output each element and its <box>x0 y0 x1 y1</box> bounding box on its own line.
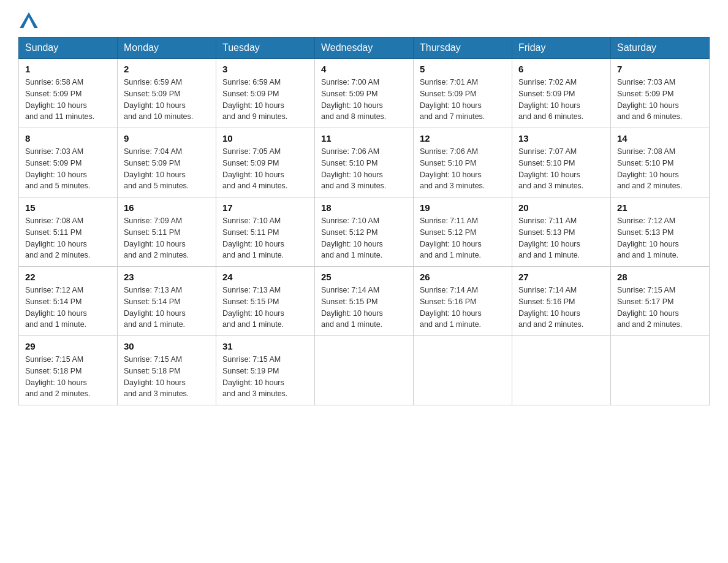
calendar-cell: 28 Sunrise: 7:15 AMSunset: 5:17 PMDaylig… <box>611 267 710 336</box>
day-number: 31 <box>222 341 308 351</box>
calendar-cell: 5 Sunrise: 7:01 AMSunset: 5:09 PMDayligh… <box>414 59 512 128</box>
day-info: Sunrise: 7:04 AMSunset: 5:09 PMDaylight:… <box>124 147 189 190</box>
weekday-header-saturday: Saturday <box>611 37 710 59</box>
day-info: Sunrise: 6:58 AMSunset: 5:09 PMDaylight:… <box>25 78 94 121</box>
calendar-cell <box>315 336 414 405</box>
calendar-cell <box>414 336 512 405</box>
weekday-header-thursday: Thursday <box>414 37 512 59</box>
day-info: Sunrise: 6:59 AMSunset: 5:09 PMDaylight:… <box>124 78 193 121</box>
day-number: 17 <box>222 202 308 213</box>
calendar-cell <box>611 336 710 405</box>
day-number: 18 <box>321 202 407 213</box>
calendar-cell: 19 Sunrise: 7:11 AMSunset: 5:12 PMDaylig… <box>414 197 512 267</box>
calendar-week-row: 22 Sunrise: 7:12 AMSunset: 5:14 PMDaylig… <box>19 267 710 336</box>
day-info: Sunrise: 7:15 AMSunset: 5:17 PMDaylight:… <box>617 286 682 329</box>
calendar-cell: 13 Sunrise: 7:07 AMSunset: 5:10 PMDaylig… <box>512 128 611 197</box>
page-header <box>18 12 710 25</box>
calendar-cell: 17 Sunrise: 7:10 AMSunset: 5:11 PMDaylig… <box>216 197 315 267</box>
day-number: 1 <box>25 64 111 74</box>
day-info: Sunrise: 7:05 AMSunset: 5:09 PMDaylight:… <box>222 147 287 190</box>
calendar-cell: 11 Sunrise: 7:06 AMSunset: 5:10 PMDaylig… <box>315 128 414 197</box>
calendar-cell: 1 Sunrise: 6:58 AMSunset: 5:09 PMDayligh… <box>19 59 118 128</box>
calendar-cell: 16 Sunrise: 7:09 AMSunset: 5:11 PMDaylig… <box>118 197 216 267</box>
day-number: 14 <box>617 133 703 144</box>
calendar-cell: 31 Sunrise: 7:15 AMSunset: 5:19 PMDaylig… <box>216 336 315 405</box>
calendar-cell: 14 Sunrise: 7:08 AMSunset: 5:10 PMDaylig… <box>611 128 710 197</box>
day-number: 6 <box>518 64 604 74</box>
day-number: 15 <box>25 202 111 213</box>
calendar-cell: 10 Sunrise: 7:05 AMSunset: 5:09 PMDaylig… <box>216 128 315 197</box>
day-info: Sunrise: 7:13 AMSunset: 5:14 PMDaylight:… <box>124 286 186 329</box>
day-info: Sunrise: 7:01 AMSunset: 5:09 PMDaylight:… <box>420 78 485 121</box>
day-info: Sunrise: 6:59 AMSunset: 5:09 PMDaylight:… <box>222 78 287 121</box>
weekday-header-wednesday: Wednesday <box>315 37 414 59</box>
logo <box>18 12 38 25</box>
day-info: Sunrise: 7:14 AMSunset: 5:16 PMDaylight:… <box>518 286 583 329</box>
day-number: 12 <box>420 133 506 144</box>
weekday-header-tuesday: Tuesday <box>216 37 315 59</box>
calendar-cell: 8 Sunrise: 7:03 AMSunset: 5:09 PMDayligh… <box>19 128 118 197</box>
day-number: 3 <box>222 64 308 74</box>
calendar-cell: 29 Sunrise: 7:15 AMSunset: 5:18 PMDaylig… <box>19 336 118 405</box>
day-info: Sunrise: 7:15 AMSunset: 5:19 PMDaylight:… <box>222 355 287 398</box>
day-number: 22 <box>25 272 111 282</box>
calendar-cell: 18 Sunrise: 7:10 AMSunset: 5:12 PMDaylig… <box>315 197 414 267</box>
calendar-cell: 12 Sunrise: 7:06 AMSunset: 5:10 PMDaylig… <box>414 128 512 197</box>
calendar-cell: 6 Sunrise: 7:02 AMSunset: 5:09 PMDayligh… <box>512 59 611 128</box>
calendar-cell: 27 Sunrise: 7:14 AMSunset: 5:16 PMDaylig… <box>512 267 611 336</box>
day-number: 16 <box>124 202 210 213</box>
day-info: Sunrise: 7:03 AMSunset: 5:09 PMDaylight:… <box>25 147 90 190</box>
calendar-cell: 25 Sunrise: 7:14 AMSunset: 5:15 PMDaylig… <box>315 267 414 336</box>
day-info: Sunrise: 7:02 AMSunset: 5:09 PMDaylight:… <box>518 78 583 121</box>
calendar-cell: 20 Sunrise: 7:11 AMSunset: 5:13 PMDaylig… <box>512 197 611 267</box>
day-number: 20 <box>518 202 604 213</box>
weekday-header-monday: Monday <box>118 37 216 59</box>
day-number: 4 <box>321 64 407 74</box>
day-info: Sunrise: 7:06 AMSunset: 5:10 PMDaylight:… <box>321 147 386 190</box>
logo-icon <box>20 12 38 28</box>
day-info: Sunrise: 7:12 AMSunset: 5:13 PMDaylight:… <box>617 216 679 259</box>
weekday-header-row: SundayMondayTuesdayWednesdayThursdayFrid… <box>19 37 710 59</box>
day-info: Sunrise: 7:10 AMSunset: 5:12 PMDaylight:… <box>321 216 383 259</box>
day-info: Sunrise: 7:06 AMSunset: 5:10 PMDaylight:… <box>420 147 485 190</box>
day-number: 29 <box>25 341 111 351</box>
day-number: 7 <box>617 64 703 74</box>
calendar-cell <box>512 336 611 405</box>
day-info: Sunrise: 7:15 AMSunset: 5:18 PMDaylight:… <box>124 355 189 398</box>
day-number: 23 <box>124 272 210 282</box>
day-number: 25 <box>321 272 407 282</box>
calendar-cell: 15 Sunrise: 7:08 AMSunset: 5:11 PMDaylig… <box>19 197 118 267</box>
calendar-cell: 7 Sunrise: 7:03 AMSunset: 5:09 PMDayligh… <box>611 59 710 128</box>
day-info: Sunrise: 7:11 AMSunset: 5:12 PMDaylight:… <box>420 216 482 259</box>
calendar-week-row: 15 Sunrise: 7:08 AMSunset: 5:11 PMDaylig… <box>19 197 710 267</box>
day-info: Sunrise: 7:08 AMSunset: 5:11 PMDaylight:… <box>25 216 90 259</box>
day-info: Sunrise: 7:08 AMSunset: 5:10 PMDaylight:… <box>617 147 682 190</box>
calendar-table: SundayMondayTuesdayWednesdayThursdayFrid… <box>18 37 710 405</box>
day-number: 21 <box>617 202 703 213</box>
calendar-cell: 30 Sunrise: 7:15 AMSunset: 5:18 PMDaylig… <box>118 336 216 405</box>
day-info: Sunrise: 7:09 AMSunset: 5:11 PMDaylight:… <box>124 216 189 259</box>
day-number: 30 <box>124 341 210 351</box>
day-info: Sunrise: 7:13 AMSunset: 5:15 PMDaylight:… <box>222 286 284 329</box>
day-number: 24 <box>222 272 308 282</box>
day-number: 8 <box>25 133 111 144</box>
day-info: Sunrise: 7:03 AMSunset: 5:09 PMDaylight:… <box>617 78 682 121</box>
day-number: 19 <box>420 202 506 213</box>
day-number: 28 <box>617 272 703 282</box>
day-info: Sunrise: 7:10 AMSunset: 5:11 PMDaylight:… <box>222 216 284 259</box>
day-number: 9 <box>124 133 210 144</box>
day-info: Sunrise: 7:07 AMSunset: 5:10 PMDaylight:… <box>518 147 583 190</box>
day-info: Sunrise: 7:15 AMSunset: 5:18 PMDaylight:… <box>25 355 90 398</box>
calendar-cell: 24 Sunrise: 7:13 AMSunset: 5:15 PMDaylig… <box>216 267 315 336</box>
calendar-cell: 9 Sunrise: 7:04 AMSunset: 5:09 PMDayligh… <box>118 128 216 197</box>
calendar-cell: 2 Sunrise: 6:59 AMSunset: 5:09 PMDayligh… <box>118 59 216 128</box>
calendar-cell: 4 Sunrise: 7:00 AMSunset: 5:09 PMDayligh… <box>315 59 414 128</box>
calendar-week-row: 1 Sunrise: 6:58 AMSunset: 5:09 PMDayligh… <box>19 59 710 128</box>
day-number: 26 <box>420 272 506 282</box>
day-number: 27 <box>518 272 604 282</box>
weekday-header-sunday: Sunday <box>19 37 118 59</box>
calendar-week-row: 29 Sunrise: 7:15 AMSunset: 5:18 PMDaylig… <box>19 336 710 405</box>
day-info: Sunrise: 7:11 AMSunset: 5:13 PMDaylight:… <box>518 216 580 259</box>
calendar-cell: 26 Sunrise: 7:14 AMSunset: 5:16 PMDaylig… <box>414 267 512 336</box>
calendar-cell: 23 Sunrise: 7:13 AMSunset: 5:14 PMDaylig… <box>118 267 216 336</box>
